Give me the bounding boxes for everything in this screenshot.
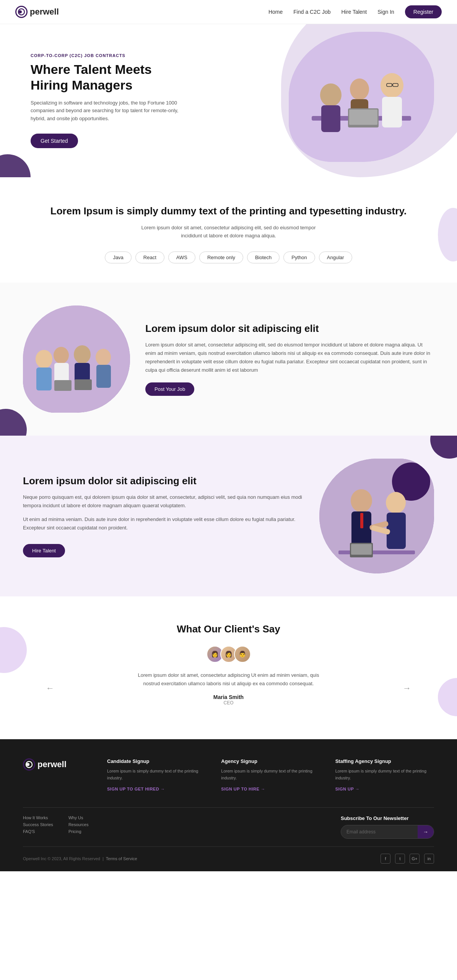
logo-text: perwell <box>30 7 59 17</box>
footer-logo-icon <box>23 758 35 771</box>
section2-body: Lorem ipsum dolor sit amet, consectetur … <box>137 224 320 240</box>
prev-testimonial-button[interactable]: ← <box>46 683 54 693</box>
blob-dark-bottom-left <box>0 409 27 436</box>
section2-title: Lorem Ipsum is simply dummy text of the … <box>31 204 426 218</box>
nav-sign-in[interactable]: Sign In <box>377 9 394 15</box>
section4-title: Lorem ipsum dolor sit adipiscing elit <box>23 475 304 488</box>
social-icons: f t G+ in <box>381 854 434 864</box>
get-started-button[interactable]: Get Started <box>31 134 78 148</box>
svg-rect-5 <box>321 105 340 132</box>
hire-text: Lorem ipsum dolor sit adipiscing elit Ne… <box>23 475 304 557</box>
footer-staffing-link[interactable]: SIGN UP → <box>335 787 360 791</box>
hero-image <box>289 32 434 162</box>
testimonials-title: What Our Client's Say <box>31 623 426 635</box>
footer-link-success[interactable]: Success Stories <box>23 822 53 827</box>
terms-link[interactable]: Terms of Service <box>106 856 137 861</box>
testimonial-avatars: 👩 👩 👨 <box>31 646 426 663</box>
hero-title: Where Talent Meets Hiring Managers <box>31 62 191 93</box>
navbar: perwell Home Find a C2C Job Hire Talent … <box>0 0 457 24</box>
svg-rect-30 <box>360 513 363 528</box>
blob-dark-top-right <box>430 436 457 459</box>
post-job-button[interactable]: Post Your Job <box>145 382 194 396</box>
testimonial-name: Maria Smith <box>133 694 324 700</box>
post-job-text: Lorem ipsum dolor sit adipiscing elit Lo… <box>145 322 434 395</box>
footer-col-agency: Agency Signup Lorem ipsum is simply dumm… <box>221 758 320 792</box>
footer: perwell Candidate Signup Lorem ipsum is … <box>0 739 457 871</box>
svg-rect-17 <box>36 368 52 390</box>
blob-light-br <box>438 678 457 716</box>
newsletter-submit-button[interactable]: → <box>418 825 434 838</box>
footer-link-how-it-works[interactable]: How It Works <box>23 815 53 820</box>
footer-links-section: How It Works Success Stories FAQ'S Why U… <box>23 815 88 839</box>
tag-java[interactable]: Java <box>105 252 131 263</box>
section-post-job: Lorem ipsum dolor sit adipiscing elit Lo… <box>0 283 457 436</box>
footer-copyright: Operwell Inc © 2023, All Rights Reserved… <box>23 856 137 861</box>
nav-find-job[interactable]: Find a C2C Job <box>293 9 330 15</box>
testimonial-nav: ← Lorem ipsum dolor sit amet, consectetu… <box>31 671 426 706</box>
register-button[interactable]: Register <box>405 5 442 18</box>
footer-brand: perwell <box>23 758 92 792</box>
tag-angular[interactable]: Angular <box>319 252 352 263</box>
social-googleplus[interactable]: G+ <box>410 854 420 864</box>
hire-talent-button[interactable]: Hire Talent <box>23 544 65 557</box>
footer-col-candidate-body: Lorem ipsum is simply dummy text of the … <box>107 768 206 781</box>
testimonials-section: What Our Client's Say 👩 👩 👨 ← Lorem ipsu… <box>0 596 457 739</box>
newsletter-form: → <box>341 825 434 839</box>
handshake-image-inner <box>319 459 434 573</box>
avatar-3: 👨 <box>234 646 251 663</box>
footer-logo-text: perwell <box>37 760 67 769</box>
tag-aws[interactable]: AWS <box>168 252 195 263</box>
hero-desc: Specializing in software and technology … <box>31 99 191 123</box>
tag-biotech[interactable]: Biotech <box>247 252 280 263</box>
footer-col-agency-body: Lorem ipsum is simply dummy text of the … <box>221 768 320 781</box>
nav-home[interactable]: Home <box>268 9 283 15</box>
tag-remote-only[interactable]: Remote only <box>199 252 243 263</box>
footer-link-why-us[interactable]: Why Us <box>68 815 89 820</box>
tags-container: Java React AWS Remote only Biotech Pytho… <box>31 252 426 263</box>
hero-blob-dark <box>0 154 31 177</box>
svg-point-28 <box>351 489 372 512</box>
section4-body2: Ut enim ad minima veniam. Duis aute irur… <box>23 515 304 532</box>
team-image <box>23 305 130 413</box>
team-image-inner <box>23 305 130 413</box>
footer-agency-link[interactable]: SIGN UP TO HIRE → <box>221 787 265 791</box>
svg-rect-23 <box>96 365 111 388</box>
footer-link-resources[interactable]: Resources <box>68 822 89 827</box>
svg-rect-9 <box>382 97 402 127</box>
newsletter-input[interactable] <box>341 826 418 838</box>
footer-col-agency-heading: Agency Signup <box>221 758 320 764</box>
blob-light-tl <box>0 627 27 673</box>
svg-rect-25 <box>75 379 92 390</box>
footer-links-col-2: Why Us Resources Pricing <box>68 815 89 839</box>
section3-body: Lorem ipsum dolor sit amet, consectetur … <box>145 341 434 374</box>
nav-links: Home Find a C2C Job Hire Talent Sign In … <box>268 5 442 18</box>
next-testimonial-button[interactable]: → <box>403 683 411 693</box>
footer-top: perwell Candidate Signup Lorem ipsum is … <box>23 758 434 792</box>
footer-middle: How It Works Success Stories FAQ'S Why U… <box>23 807 434 846</box>
hero-content: CORP-TO-CORP (C2C) JOB CONTRACTS Where T… <box>31 53 191 148</box>
tag-python[interactable]: Python <box>283 252 315 263</box>
hero-tag: CORP-TO-CORP (C2C) JOB CONTRACTS <box>31 53 191 58</box>
nav-hire-talent[interactable]: Hire Talent <box>342 9 367 15</box>
footer-col-staffing-heading: Staffing Agency Signup <box>335 758 434 764</box>
section4-body1: Neque porro quisquam est, qui dolorem ip… <box>23 493 304 510</box>
handshake-image <box>319 459 434 573</box>
logo[interactable]: perwell <box>15 6 59 18</box>
footer-col-staffing: Staffing Agency Signup Lorem ipsum is si… <box>335 758 434 792</box>
footer-link-pricing[interactable]: Pricing <box>68 829 89 834</box>
section-lorem-ipsum: Lorem Ipsum is simply dummy text of the … <box>0 177 457 283</box>
social-twitter[interactable]: t <box>395 854 405 864</box>
footer-candidate-link[interactable]: SIGN UP TO GET HIRED → <box>107 787 165 791</box>
tag-react[interactable]: React <box>135 252 164 263</box>
footer-col-candidate-heading: Candidate Signup <box>107 758 206 764</box>
testimonial-body: Lorem ipsum dolor sit amet, consectetur … <box>133 671 324 706</box>
social-linkedin[interactable]: in <box>424 854 434 864</box>
hero-section: CORP-TO-CORP (C2C) JOB CONTRACTS Where T… <box>0 24 457 177</box>
svg-point-4 <box>320 83 342 106</box>
newsletter-heading: Subscribe To Our Newsletter <box>341 815 434 821</box>
footer-links-col-1: How It Works Success Stories FAQ'S <box>23 815 53 839</box>
logo-icon <box>15 6 28 18</box>
decorative-blob-right <box>438 208 457 261</box>
footer-link-faq[interactable]: FAQ'S <box>23 829 53 834</box>
social-facebook[interactable]: f <box>381 854 390 864</box>
